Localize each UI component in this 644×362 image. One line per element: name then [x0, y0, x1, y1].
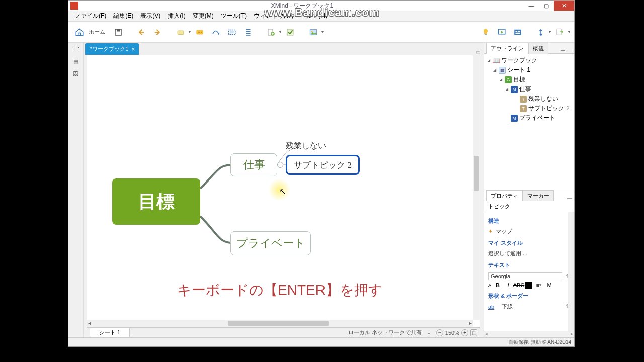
home-label: ホーム	[89, 28, 105, 36]
document-tabbar: *ワークブック1 × ▭	[84, 43, 484, 55]
sheet-tab[interactable]: シート 1	[90, 328, 130, 337]
svg-point-6	[201, 32, 202, 33]
zoom-fit-button[interactable]: ⬚	[470, 329, 477, 336]
book-icon: 📖	[493, 57, 500, 64]
svg-point-20	[540, 33, 542, 36]
menu-tools[interactable]: ツール(T)	[218, 11, 250, 21]
section-text: テキスト	[488, 261, 570, 269]
properties-body[interactable]: 構造 ✦マップ マイ スタイル 選択して適用 ... テキスト Georgia …	[484, 212, 574, 331]
export-button[interactable]: ▾	[553, 25, 570, 39]
strip-image-icon[interactable]: 🖼	[71, 69, 80, 78]
properties-tabs: プロパティ マーカー —	[484, 190, 574, 201]
tab-overview[interactable]: 概観	[528, 43, 548, 54]
align-button[interactable]: ≡▾	[535, 281, 543, 289]
idea-button[interactable]	[478, 25, 493, 39]
sheet-tabbar: シート 1 ローカル ネットワークで共有 ⌄ − 150% + ⬚	[87, 327, 480, 337]
home-button[interactable]	[72, 25, 87, 39]
share-button[interactable]: ▾	[534, 25, 551, 39]
share-status[interactable]: ローカル ネットワークで共有	[348, 329, 422, 336]
menu-file[interactable]: ファイル(F)	[71, 11, 109, 21]
close-button[interactable]: ✕	[554, 1, 574, 11]
presentation-button[interactable]	[495, 25, 509, 39]
central-topic[interactable]: 目標	[112, 178, 200, 225]
outline-tabs: アウトライン 概観 ☰ —	[484, 43, 574, 54]
manual-button[interactable]: M	[545, 281, 553, 289]
map-icon: ✦	[488, 228, 493, 235]
menu-edit[interactable]: 編集(E)	[110, 11, 136, 21]
app-icon	[70, 2, 78, 10]
sheet-icon: ▦	[499, 67, 506, 74]
mindmap-canvas[interactable]: 目標 仕事 プライベート 残業しない サブトピック 2 ↖ キーボードの【ENT…	[87, 55, 473, 320]
tab-properties[interactable]: プロパティ	[486, 190, 523, 201]
strike-button[interactable]: ABC	[515, 281, 523, 289]
tab-minimize-icon[interactable]: ▭	[476, 49, 480, 55]
maximize-button[interactable]: ▢	[539, 1, 554, 11]
font-select[interactable]: Georgia	[488, 272, 562, 280]
note-button[interactable]	[193, 25, 207, 39]
tab-label: *ワークブック1	[90, 45, 128, 53]
vertical-scrollbar[interactable]	[473, 55, 480, 320]
document-tab[interactable]: *ワークブック1 ×	[85, 43, 139, 55]
menu-view[interactable]: 表示(V)	[137, 11, 164, 21]
svg-point-5	[199, 32, 200, 33]
topic-button[interactable]: ▾	[174, 25, 191, 39]
svg-rect-1	[117, 29, 120, 32]
subtopic-1[interactable]: 仕事	[230, 153, 277, 176]
properties-h-scrollbar[interactable]: ◂▸	[484, 331, 574, 337]
properties-scrollbar[interactable]	[568, 212, 574, 331]
instruction-caption: キーボードの【ENTER】を押す	[177, 281, 383, 300]
menu-insert[interactable]: 挿入(I)	[165, 11, 188, 21]
svg-point-13	[311, 31, 313, 32]
task-button[interactable]	[283, 25, 297, 39]
zoom-out-button[interactable]: −	[436, 329, 443, 336]
font-smaller-icon[interactable]: A	[488, 283, 491, 288]
redo-button[interactable]	[150, 25, 165, 39]
outline-tree[interactable]: ◢📖ワークブック ◢▦シート 1 ◢C目標 ◢M仕事 T残業しない Tサブトピッ…	[484, 54, 574, 190]
boundary-button[interactable]	[225, 25, 239, 39]
subtopic-2[interactable]: プライベート	[230, 231, 311, 255]
zoom-control: − 150% + ⬚	[436, 329, 477, 336]
italic-button[interactable]: I	[504, 281, 512, 289]
expand-handle[interactable]	[277, 162, 283, 168]
relationship-button[interactable]	[209, 25, 223, 39]
share-chevron-icon[interactable]: ⌄	[427, 329, 431, 336]
underline-row[interactable]: ab 下線⇅	[488, 302, 570, 311]
bold-button[interactable]: B	[494, 281, 502, 289]
tab-marker[interactable]: マーカー	[523, 190, 554, 201]
color-swatch[interactable]	[525, 282, 532, 289]
main-icon: M	[511, 115, 518, 122]
floating-topic[interactable]: 残業しない	[286, 141, 326, 151]
topic-heading: トピック	[484, 201, 574, 212]
save-button[interactable]	[111, 25, 125, 39]
strip-handle-icon[interactable]: ⋮⋮	[71, 45, 80, 54]
svg-rect-14	[485, 34, 487, 35]
summary-button[interactable]	[241, 25, 255, 39]
panel-menu-icon[interactable]: ☰	[560, 48, 565, 53]
tab-close-icon[interactable]: ×	[131, 46, 135, 53]
panel-minimize-icon[interactable]: —	[567, 48, 572, 53]
panel-minimize-icon[interactable]: —	[567, 195, 572, 201]
horizontal-scrollbar[interactable]: ◂ ▸	[87, 320, 473, 327]
window-controls: — ▢ ✕	[524, 1, 574, 11]
central-icon: C	[505, 76, 512, 83]
apply-style-row[interactable]: 選択して適用 ...	[488, 249, 570, 258]
map-type-row[interactable]: ✦マップ	[488, 227, 570, 236]
section-structure: 構造	[488, 217, 570, 225]
menu-modify[interactable]: 変更(M)	[190, 11, 217, 21]
undo-button[interactable]	[134, 25, 148, 39]
selected-subtopic[interactable]: サブトピック 2	[286, 155, 360, 175]
zoom-value: 150%	[445, 330, 459, 336]
zoom-in-button[interactable]: +	[461, 329, 468, 336]
brainstorm-button[interactable]	[511, 25, 525, 39]
properties-panel: プロパティ マーカー — トピック 構造 ✦マップ マイ スタイル 選択して適用…	[484, 190, 574, 337]
add-button[interactable]: ▾	[264, 25, 281, 39]
svg-rect-19	[516, 32, 520, 33]
svg-rect-16	[514, 29, 521, 35]
minimize-button[interactable]: —	[524, 1, 539, 11]
topic-icon: T	[520, 96, 527, 103]
strip-view-icon[interactable]: ▤	[71, 57, 80, 66]
cursor-icon: ↖	[279, 186, 287, 197]
editor-area: *ワークブック1 × ▭ 目標 仕事 プライベート	[84, 43, 484, 337]
image-button[interactable]: ▾	[306, 25, 324, 39]
tab-outline[interactable]: アウトライン	[486, 43, 528, 54]
